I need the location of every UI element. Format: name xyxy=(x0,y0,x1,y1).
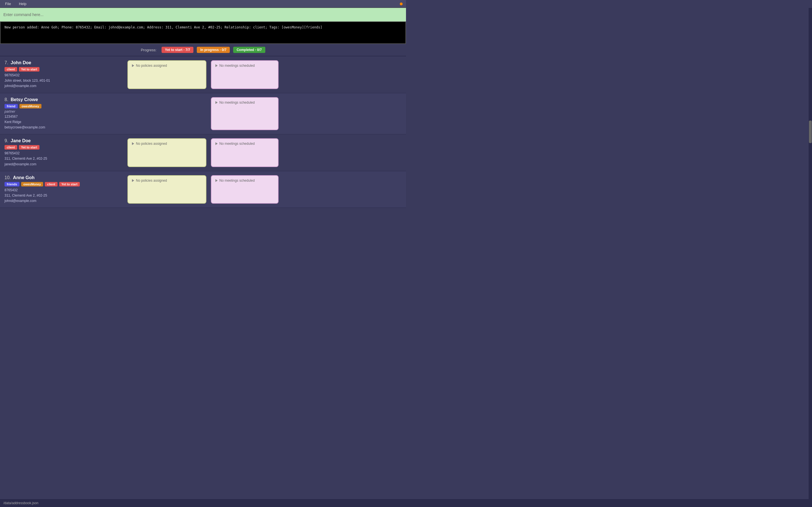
policy-text: No policies assigned xyxy=(136,142,167,146)
policy-box: No policies assigned xyxy=(128,60,206,89)
status-badge: Yet to start xyxy=(19,145,40,150)
person-number: 10. xyxy=(4,175,11,180)
meetings-box: No meetings scheduled xyxy=(211,60,278,89)
person-address: John street, block 123, #01-01 xyxy=(4,78,123,83)
policy-box: No policies assigned xyxy=(128,175,206,204)
policy-text: No policies assigned xyxy=(136,179,167,182)
table-row: 9. Jane Doe clientYet to start 98765432 … xyxy=(0,134,406,171)
tags-row: friendowesMoney xyxy=(4,104,123,108)
triangle-icon xyxy=(132,142,134,145)
menu-file[interactable]: File xyxy=(3,1,13,6)
completed-badge[interactable]: Completed - 0/7 xyxy=(233,47,265,53)
status-badge: Yet to start xyxy=(59,182,80,186)
triangle-icon xyxy=(215,179,218,182)
tag-owesmoney: owesMoney xyxy=(21,182,43,186)
triangle-icon xyxy=(215,101,218,104)
output-area: New person added: Anne Goh; Phone: 87654… xyxy=(0,21,406,44)
person-info: 8. Betsy Crowe friendowesMoney partner 1… xyxy=(4,97,123,130)
meetings-header: No meetings scheduled xyxy=(215,179,274,182)
meetings-box: No meetings scheduled xyxy=(211,175,278,204)
tag-client: client xyxy=(4,145,17,150)
meetings-text: No meetings scheduled xyxy=(219,64,255,68)
policy-header: No policies assigned xyxy=(132,179,202,182)
tag-friend: friend xyxy=(4,104,18,108)
meetings-box: No meetings scheduled xyxy=(211,97,278,130)
triangle-icon xyxy=(215,64,218,67)
policy-header: No policies assigned xyxy=(132,64,202,68)
meetings-box: No meetings scheduled xyxy=(211,138,278,167)
yet-to-start-badge[interactable]: Yet to start - 7/7 xyxy=(161,47,193,53)
person-number: 9. xyxy=(4,138,8,143)
table-row: 10. Anne Goh friendsowesMoneyclientYet t… xyxy=(0,171,406,208)
orange-dot xyxy=(400,3,403,5)
person-email: janed@example.com xyxy=(4,162,123,167)
person-phone: 98765432 xyxy=(4,151,123,156)
person-address: 311, Clementi Ave 2, #02-25 xyxy=(4,193,123,198)
tag-client: client xyxy=(4,67,17,71)
tag-friends: friends xyxy=(4,182,19,186)
person-email: johnd@example.com xyxy=(4,198,123,204)
tags-row: clientYet to start xyxy=(4,67,123,71)
person-number: 8. xyxy=(4,97,8,102)
tag-owesmoney: owesMoney xyxy=(19,104,42,108)
person-phone: 98765432 xyxy=(4,73,123,78)
policy-box: No policies assigned xyxy=(128,138,206,167)
person-info: 10. Anne Goh friendsowesMoneyclientYet t… xyxy=(4,175,123,204)
meetings-header: No meetings scheduled xyxy=(215,64,274,68)
meetings-header: No meetings scheduled xyxy=(215,101,274,105)
policy-spacer xyxy=(128,97,206,130)
person-number: 7. xyxy=(4,60,8,65)
policy-text: No policies assigned xyxy=(136,64,167,68)
person-phone: 1234567 xyxy=(4,114,123,119)
in-progress-badge[interactable]: In progress - 0/7 xyxy=(197,47,230,53)
main-content: 7. John Doe clientYet to start 98765432 … xyxy=(0,56,406,208)
triangle-icon xyxy=(132,64,134,67)
tag-client: client xyxy=(45,182,57,186)
person-sub: partner xyxy=(4,110,123,114)
person-info: 9. Jane Doe clientYet to start 98765432 … xyxy=(4,138,123,167)
person-email: betsycrowe@example.com xyxy=(4,125,123,130)
meetings-text: No meetings scheduled xyxy=(219,101,255,105)
policy-header: No policies assigned xyxy=(132,142,202,146)
table-row: 8. Betsy Crowe friendowesMoney partner 1… xyxy=(0,93,406,135)
person-address: 311, Clementi Ave 2, #02-25 xyxy=(4,156,123,161)
triangle-icon xyxy=(215,142,218,145)
person-name: 10. Anne Goh xyxy=(4,175,123,180)
meetings-text: No meetings scheduled xyxy=(219,142,255,146)
status-badge: Yet to start xyxy=(19,67,40,71)
person-name: 7. John Doe xyxy=(4,60,123,65)
person-email: johnd@example.com xyxy=(4,83,123,89)
command-area xyxy=(0,8,406,21)
person-phone: 8765432 xyxy=(4,187,123,193)
person-address: Kent Ridge xyxy=(4,119,123,125)
menu-bar: File Help xyxy=(0,0,406,8)
progress-label: Progress: xyxy=(141,48,156,52)
person-name: 8. Betsy Crowe xyxy=(4,97,123,102)
tags-row: clientYet to start xyxy=(4,145,123,150)
meetings-header: No meetings scheduled xyxy=(215,142,274,146)
output-text: New person added: Anne Goh; Phone: 87654… xyxy=(4,25,322,29)
progress-bar: Progress: Yet to start - 7/7 In progress… xyxy=(0,44,406,56)
command-input[interactable] xyxy=(3,12,403,17)
meetings-text: No meetings scheduled xyxy=(219,179,255,182)
triangle-icon xyxy=(132,179,134,182)
table-row: 7. John Doe clientYet to start 98765432 … xyxy=(0,56,406,93)
menu-help[interactable]: Help xyxy=(17,1,28,6)
tags-row: friendsowesMoneyclientYet to start xyxy=(4,182,123,186)
person-info: 7. John Doe clientYet to start 98765432 … xyxy=(4,60,123,89)
person-name: 9. Jane Doe xyxy=(4,138,123,144)
